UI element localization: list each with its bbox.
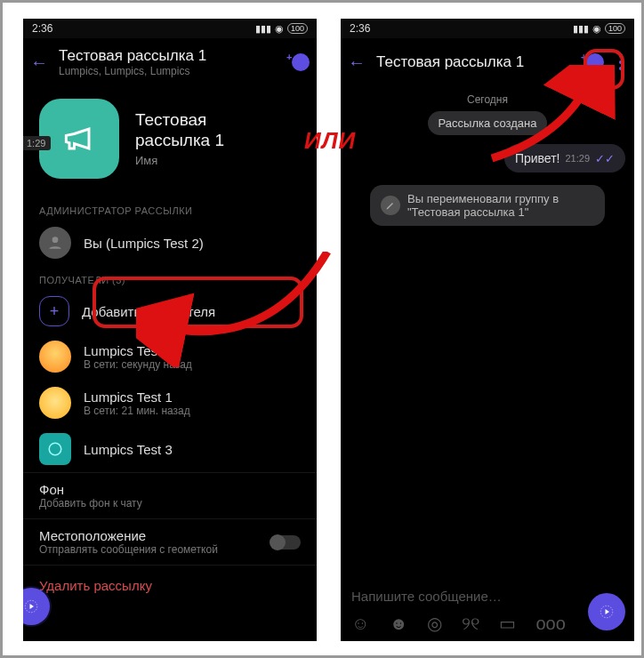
setting-location[interactable]: Местоположение Отправлять сообщения с ге… (23, 518, 317, 565)
delete-broadcast-button[interactable]: Удалить рассылку (23, 565, 317, 606)
setting-title: Местоположение (39, 528, 262, 543)
recipient-name: Lumpics Test 3 (84, 442, 301, 457)
recipient-name: Lumpics Test (84, 343, 301, 358)
play-dotted-icon (23, 598, 39, 614)
page-title: Тестовая рассылка 1 (376, 53, 568, 71)
back-button[interactable]: ← (348, 52, 366, 73)
page-title: Тестовая рассылка 1 (59, 47, 274, 65)
more-icon[interactable]: ooo (535, 614, 565, 634)
status-icons: ▮▮▮ ◉ 100 (255, 23, 308, 35)
profile-sub: Имя (135, 154, 301, 167)
send-fab[interactable] (588, 593, 625, 630)
recipient-name: Lumpics Test 1 (84, 389, 301, 405)
system-message: Вы переименовали группу в "Тестовая расс… (370, 185, 605, 226)
date-separator: Сегодня (341, 93, 634, 106)
profile-title: Тестовая рассылка 1 (135, 110, 301, 151)
emoji-icon[interactable]: ☻ (389, 614, 407, 634)
recipient-row[interactable]: Lumpics Test 1 В сети: 21 мин. назад (23, 380, 317, 426)
battery-icon: 100 (287, 23, 308, 34)
plus-circle-icon: + (39, 296, 69, 326)
add-recipient-label: Добавить получателя (82, 304, 215, 319)
phone-right: 2:36 ▮▮▮ ◉ 100 ← Тестовая рассылка 1 + С… (341, 19, 634, 641)
wifi-icon: ◉ (275, 23, 284, 35)
message-text: Привет! (515, 151, 560, 165)
person-icon (586, 53, 604, 71)
face-icon (47, 441, 63, 457)
wifi-icon: ◉ (592, 23, 601, 35)
setting-sub: Добавить фон к чату (39, 497, 301, 510)
avatar (39, 341, 71, 373)
back-button[interactable]: ← (30, 52, 48, 73)
clock: 2:36 (350, 22, 370, 35)
page-subtitle: Lumpics, Lumpics, Lumpics (59, 65, 274, 77)
avatar (39, 227, 71, 259)
message-time: 21:29 (565, 153, 590, 164)
phone-left: 2:36 ▮▮▮ ◉ 100 ← Тестовая рассылка 1 Lum… (23, 19, 317, 641)
app-bar: ← Тестовая рассылка 1 + (341, 38, 634, 86)
recipient-row[interactable]: Lumpics Test В сети: секунду назад (23, 333, 317, 380)
outgoing-message[interactable]: Привет! 21:29 ✓✓ (504, 144, 625, 173)
admin-row[interactable]: Вы (Lumpics Test 2) (23, 220, 317, 266)
side-time-chip: 1:29 (23, 136, 51, 150)
app-bar: ← Тестовая рассылка 1 Lumpics, Lumpics, … (23, 38, 317, 86)
add-participant-button[interactable]: + (579, 50, 604, 75)
message-input[interactable]: Напишите сообщение… (351, 583, 584, 613)
megaphone-icon (60, 119, 99, 158)
avatar (39, 433, 71, 465)
sticker-icon[interactable]: ☺ (351, 614, 369, 634)
play-dotted-icon (599, 604, 615, 620)
annotation-or-label: ИЛИ (304, 127, 356, 155)
person-icon (292, 53, 310, 71)
doodle-icon[interactable]: ୨୧ (462, 614, 479, 634)
recipient-row[interactable]: Lumpics Test 3 (23, 426, 317, 472)
system-pill: Рассылка создана (428, 111, 548, 135)
avatar (39, 387, 71, 419)
person-icon (46, 234, 64, 252)
recipient-status: В сети: секунду назад (84, 358, 301, 371)
appbar-titles: Тестовая рассылка 1 Lumpics, Lumpics, Lu… (59, 47, 274, 77)
status-bar: 2:36 ▮▮▮ ◉ 100 (23, 19, 317, 38)
pencil-icon (381, 196, 400, 215)
signal-icon: ▮▮▮ (573, 23, 589, 35)
section-recipients-label: ПОЛУЧАТЕЛИ (3) (23, 266, 317, 289)
signal-icon: ▮▮▮ (255, 23, 271, 35)
add-recipient-row[interactable]: + Добавить получателя (23, 289, 317, 333)
svg-point-1 (49, 443, 61, 455)
recipient-status: В сети: 21 мин. назад (84, 405, 301, 417)
status-bar: 2:36 ▮▮▮ ◉ 100 (341, 19, 634, 38)
read-ticks-icon: ✓✓ (595, 152, 615, 165)
composer: Напишите сообщение… ☺ ☻ ◎ ୨୧ ▭ ooo (341, 576, 634, 641)
section-admin-label: АДМИНИСТРАТОР РАССЫЛКИ (23, 197, 317, 220)
camera-icon[interactable]: ◎ (427, 613, 442, 634)
profile-block: Тестовая рассылка 1 Имя (23, 86, 317, 197)
add-participant-button[interactable]: + (285, 50, 310, 75)
svg-point-0 (52, 237, 59, 243)
battery-icon: 100 (605, 23, 625, 34)
setting-background[interactable]: Фон Добавить фон к чату (23, 472, 317, 518)
setting-sub: Отправлять сообщения с геометкой (39, 543, 262, 556)
clock: 2:36 (32, 22, 52, 35)
broadcast-avatar[interactable] (39, 99, 119, 179)
more-menu-button[interactable] (615, 54, 627, 70)
setting-title: Фон (39, 482, 301, 497)
location-toggle[interactable] (270, 535, 301, 550)
admin-name: Вы (Lumpics Test 2) (84, 236, 204, 251)
system-text: Вы переименовали группу в "Тестовая расс… (407, 192, 594, 219)
status-icons: ▮▮▮ ◉ 100 (573, 23, 625, 35)
gif-icon[interactable]: ▭ (499, 613, 516, 634)
